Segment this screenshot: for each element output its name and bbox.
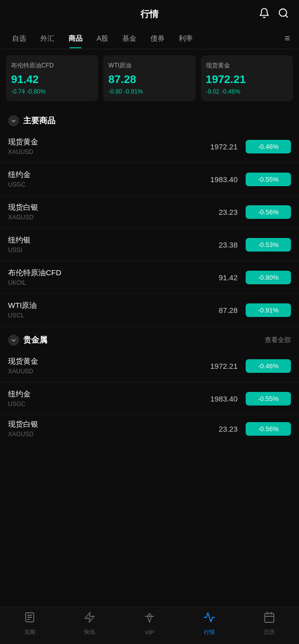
nav-item-kuaixun[interactable]: 快讯 <box>60 611 120 636</box>
top-card-brent[interactable]: 布伦特原油CFD 91.42 -0.74 -0.80% <box>6 55 98 101</box>
nav-label-rili: 日历 <box>264 628 275 636</box>
nav-label-kuaixun: 快讯 <box>84 628 95 636</box>
nav-item-vip[interactable]: VIP <box>120 612 180 635</box>
precious-view-all[interactable]: 查看全部 <box>265 336 291 345</box>
top-card-brent-change: -0.74 -0.80% <box>11 88 93 95</box>
list-item[interactable]: 纽约金 USGC 1983.40 -0.55% <box>0 382 299 415</box>
search-icon[interactable] <box>278 8 289 21</box>
top-card-brent-name: 布伦特原油CFD <box>11 61 93 70</box>
top-card-gold-name: 现货黄金 <box>206 61 288 70</box>
top-cards: 布伦特原油CFD 91.42 -0.74 -0.80% WTI原油 87.28 … <box>0 49 299 107</box>
nav-more-icon[interactable]: ≡ <box>280 28 294 49</box>
tab-jijin[interactable]: 基金 <box>115 29 143 48</box>
bottom-nav: 见闻 快讯 VIP 行情 <box>0 607 299 644</box>
svg-marker-6 <box>85 612 94 622</box>
svg-rect-7 <box>265 613 274 622</box>
tab-zhaiquan[interactable]: 债券 <box>143 29 172 48</box>
tab-ashare[interactable]: A股 <box>90 29 115 48</box>
list-item[interactable]: 纽约金 USGC 1983.40 -0.55% <box>0 163 299 196</box>
page-title: 行情 <box>140 8 159 20</box>
list-item[interactable]: WTI原油 USCL 87.28 -0.91% <box>0 294 299 327</box>
precious-section-header: 贵金属 查看全部 <box>0 327 299 350</box>
tab-lilv[interactable]: 利率 <box>172 29 200 48</box>
bell-icon[interactable] <box>259 8 270 21</box>
top-card-wti-change: -0.80 -0.91% <box>108 88 190 95</box>
major-items-list: 现货黄金 XAUUSD 1972.21 -0.46% 纽约金 USGC 1983… <box>0 130 299 327</box>
list-item[interactable]: 纽约银 USSI 23.38 -0.53% <box>0 228 299 261</box>
list-item[interactable]: 现货黄金 XAUUSD 1972.21 -0.46% <box>0 350 299 382</box>
header: 行情 <box>0 0 299 28</box>
major-section-arrow[interactable] <box>8 115 19 126</box>
top-card-gold[interactable]: 现货黄金 1972.21 -9.02 -0.46% <box>201 55 293 101</box>
nav-label-hangqing: 行情 <box>204 628 215 636</box>
list-item-partial[interactable]: 现货白银 XAGUSD 23.23 -0.56% <box>0 415 299 442</box>
nav-label-vip: VIP <box>145 629 154 635</box>
top-card-brent-price: 91.42 <box>11 73 93 86</box>
nav-item-hangqing[interactable]: 行情 <box>179 611 239 636</box>
tab-shangpin[interactable]: 商品 <box>61 29 90 48</box>
flash-icon <box>84 611 96 626</box>
content-area: 布伦特原油CFD 91.42 -0.74 -0.80% WTI原油 87.28 … <box>0 49 299 482</box>
header-actions <box>259 8 289 21</box>
top-card-gold-price: 1972.21 <box>206 73 288 86</box>
top-card-wti-name: WTI原油 <box>108 61 190 70</box>
precious-items-list: 现货黄金 XAUUSD 1972.21 -0.46% 纽约金 USGC 1983… <box>0 350 299 442</box>
list-item[interactable]: 布伦特原油CFD UKOIL 91.42 -0.80% <box>0 261 299 294</box>
chart-icon <box>203 611 215 626</box>
major-section-title: 主要商品 <box>23 116 55 126</box>
nav-item-rili[interactable]: 日历 <box>239 611 299 636</box>
top-card-gold-change: -9.02 -0.46% <box>206 88 288 95</box>
tab-zixuan[interactable]: 自选 <box>5 29 33 48</box>
top-card-wti-price: 87.28 <box>108 73 190 86</box>
nav-label-jiwen: 见闻 <box>24 628 35 636</box>
list-item[interactable]: 现货黄金 XAUUSD 1972.21 -0.46% <box>0 130 299 163</box>
precious-section-title: 贵金属 <box>23 335 47 346</box>
doc-icon <box>24 611 36 626</box>
calendar-icon <box>263 611 275 626</box>
major-section-header: 主要商品 <box>0 107 299 130</box>
diamond-icon <box>143 612 156 627</box>
nav-tabs: 自选 外汇 商品 A股 基金 债券 利率 ≡ <box>0 28 299 49</box>
nav-item-jiwen[interactable]: 见闻 <box>0 611 60 636</box>
list-item[interactable]: 现货白银 XAGUSD 23.23 -0.56% <box>0 196 299 228</box>
top-card-wti[interactable]: WTI原油 87.28 -0.80 -0.91% <box>103 55 195 101</box>
precious-section-arrow[interactable] <box>8 335 19 346</box>
svg-line-1 <box>285 15 287 17</box>
tab-waihui[interactable]: 外汇 <box>33 29 61 48</box>
